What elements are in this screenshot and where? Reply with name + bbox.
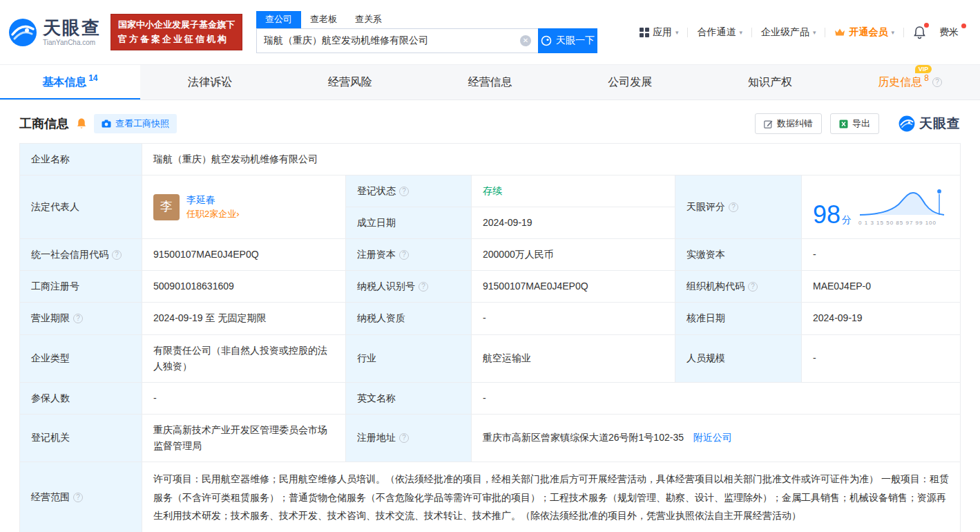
- tab-label: 历史信息: [878, 76, 922, 88]
- search-button[interactable]: 天眼一下: [538, 28, 597, 53]
- help-icon[interactable]: ?: [399, 250, 409, 260]
- search-area: 查公司 查老板 查关系 ✕ 天眼一下: [256, 11, 597, 53]
- table-row: 企业名称 瑞航（重庆）航空发动机维修有限公司: [20, 144, 961, 175]
- label-staff-size: 人员规模: [675, 334, 802, 382]
- help-icon[interactable]: ?: [73, 493, 83, 502]
- value-credit-code: 91500107MAE0J4EP0Q: [142, 239, 346, 271]
- tianyancha-watermark-icon: [899, 115, 915, 132]
- nav-open-vip[interactable]: 开通会员 ▾: [825, 26, 903, 39]
- tab-label: 法律诉讼: [188, 75, 232, 90]
- subscribe-bell-icon[interactable]: [76, 117, 87, 130]
- tab-operation-risk[interactable]: 经营风险: [280, 65, 420, 99]
- nearby-companies-link[interactable]: 附近公司: [693, 432, 732, 443]
- label-paid-capital: 实缴资本: [675, 239, 802, 271]
- value-english-name: -: [472, 382, 961, 414]
- table-row: 企业类型 有限责任公司（非自然人投资或控股的法人独资） 行业 航空运输业 人员规…: [20, 334, 961, 382]
- help-icon[interactable]: ?: [419, 282, 428, 292]
- section-title: 工商信息: [19, 115, 69, 132]
- nav-notifications[interactable]: [904, 26, 930, 39]
- correction-pencil-icon: [764, 120, 773, 129]
- tab-label: 公司发展: [608, 75, 652, 90]
- label-organization-code: 组织机构代码?: [675, 271, 802, 303]
- tab-history-info[interactable]: 历史信息 VIP 8 ?: [840, 65, 980, 99]
- label-english-name: 英文名称: [346, 382, 472, 414]
- tab-intellectual-property[interactable]: 知识产权: [700, 65, 840, 99]
- gov-certification-badge: 国家中小企业发展子基金旗下 官方备案企业征信机构: [111, 14, 242, 50]
- search-input[interactable]: [264, 35, 520, 46]
- value-registration-authority: 重庆高新技术产业开发区管理委员会市场监督管理局: [142, 414, 346, 462]
- label-business-term: 营业期限?: [20, 303, 142, 334]
- search-tabs: 查公司 查老板 查关系: [256, 11, 597, 28]
- help-icon[interactable]: ?: [399, 433, 409, 443]
- search-tab-relation[interactable]: 查关系: [346, 11, 391, 28]
- nav-vip-label: 开通会员: [849, 26, 887, 39]
- value-insured-count: -: [142, 382, 346, 414]
- nav-apps[interactable]: 应用 ▾: [631, 26, 688, 39]
- search-tab-boss[interactable]: 查老板: [301, 11, 346, 28]
- help-icon[interactable]: ?: [112, 250, 122, 260]
- top-header: 天眼查 TianYanCha.com 国家中小企业发展子基金旗下 官方备案企业征…: [0, 0, 980, 64]
- chevron-right-icon: ›: [236, 209, 239, 219]
- business-info-table: 企业名称 瑞航（重庆）航空发动机维修有限公司 法定代表人 李 李延春 任职2家企…: [19, 143, 961, 532]
- nav-enterprise-products[interactable]: 企业级产品 ▾: [752, 26, 825, 39]
- score-number: 98分: [813, 202, 852, 227]
- search-tab-company[interactable]: 查公司: [256, 11, 301, 28]
- table-row: 经营范围? 许可项目：民用航空器维修；民用航空维修人员培训。（依法须经批准的项目…: [20, 462, 961, 532]
- search-box: ✕: [256, 28, 538, 53]
- label-legal-representative: 法定代表人: [20, 175, 142, 239]
- tab-company-development[interactable]: 公司发展: [560, 65, 700, 99]
- user-notification-dot: [961, 23, 966, 28]
- tab-basic-info[interactable]: 基本信息 14: [0, 65, 140, 99]
- label-taxpayer-quality: 纳税人资质: [346, 303, 472, 334]
- tab-operation-info[interactable]: 经营信息: [420, 65, 560, 99]
- help-icon[interactable]: ?: [73, 314, 83, 323]
- label-registration-status: 登记状态?: [346, 175, 472, 207]
- help-icon[interactable]: ?: [729, 202, 738, 212]
- chevron-down-icon: ▾: [891, 29, 894, 36]
- notification-bell-icon: [913, 26, 926, 39]
- section-tools: 数据纠错 导出 天眼查: [755, 113, 961, 134]
- value-tianyan-score: 98分 0 1 3 15 50 85 97 99 100: [802, 175, 961, 239]
- label-registered-capital: 注册资本?: [346, 239, 472, 271]
- value-company-type: 有限责任公司（非自然人投资或控股的法人独资）: [142, 334, 346, 382]
- nav-enterprise-label: 企业级产品: [761, 26, 809, 39]
- legal-rep-companies-label: 任职2家企业: [186, 209, 236, 219]
- export-button-label: 导出: [852, 117, 870, 130]
- table-row: 法定代表人 李 李延春 任职2家企业› 登记状态? 存续: [20, 175, 961, 207]
- help-icon[interactable]: ?: [748, 282, 758, 292]
- question-icon[interactable]: ?: [932, 77, 942, 87]
- brand-logo[interactable]: 天眼查 TianYanCha.com: [8, 18, 101, 47]
- view-business-snapshot-button[interactable]: 查看工商快照: [94, 114, 177, 133]
- tab-legal-lawsuits[interactable]: 法律诉讼: [140, 65, 280, 99]
- nav-user[interactable]: 费米: [930, 26, 968, 39]
- score-curve-icon: [858, 187, 945, 218]
- table-row: 参保人数 - 英文名称 -: [20, 382, 961, 414]
- data-correction-button[interactable]: 数据纠错: [755, 113, 822, 134]
- clear-search-icon[interactable]: ✕: [520, 35, 531, 46]
- value-organization-code: MAE0J4EP-0: [802, 271, 961, 303]
- nav-cooperation[interactable]: 合作通道 ▾: [688, 26, 751, 39]
- value-business-scope: 许可项目：民用航空器维修；民用航空维修人员培训。（依法须经批准的项目，经相关部门…: [142, 462, 961, 532]
- value-enterprise-name: 瑞航（重庆）航空发动机维修有限公司: [142, 144, 961, 175]
- crown-icon: [834, 28, 845, 37]
- legal-rep-avatar[interactable]: 李: [153, 194, 180, 220]
- label-credit-code: 统一社会信用代码?: [20, 239, 142, 271]
- legal-rep-name-link[interactable]: 李延春: [186, 193, 240, 207]
- help-icon[interactable]: ?: [399, 187, 409, 196]
- camera-icon: [102, 120, 111, 128]
- tianyancha-watermark: 天眼查: [899, 115, 961, 133]
- tab-label: 经营风险: [328, 75, 372, 90]
- tab-count: 8: [924, 73, 929, 83]
- legal-rep-companies-link[interactable]: 任职2家企业›: [186, 207, 240, 221]
- label-company-type: 企业类型: [20, 334, 142, 382]
- snapshot-button-label: 查看工商快照: [115, 117, 169, 130]
- value-taxpayer-id: 91500107MAE0J4EP0Q: [472, 271, 675, 303]
- export-button[interactable]: 导出: [830, 113, 879, 134]
- table-row: 工商注册号 500901018631609 纳税人识别号? 91500107MA…: [20, 271, 961, 303]
- table-row: 统一社会信用代码? 91500107MAE0J4EP0Q 注册资本? 20000…: [20, 239, 961, 271]
- label-registered-address: 注册地址?: [346, 414, 472, 462]
- value-staff-size: -: [802, 334, 961, 382]
- chevron-down-icon: ▾: [739, 29, 742, 36]
- watermark-label: 天眼查: [919, 115, 961, 133]
- label-business-scope: 经营范围?: [20, 462, 142, 532]
